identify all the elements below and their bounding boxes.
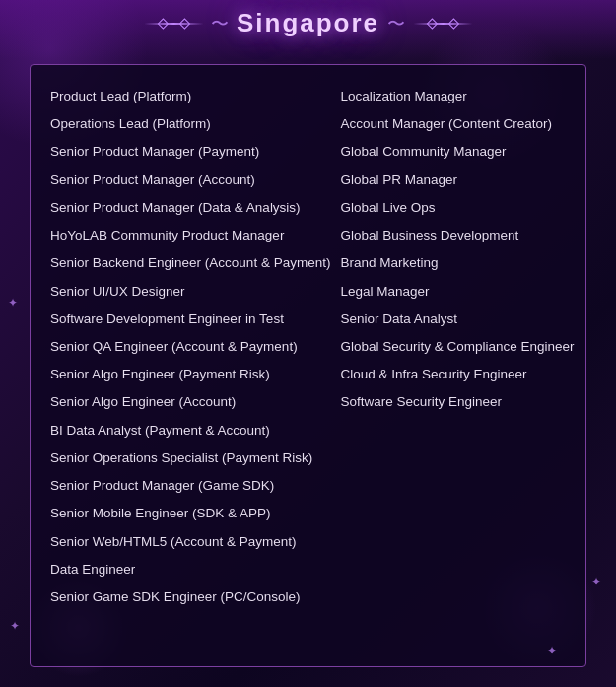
job-item-left-1[interactable]: Operations Lead (Platform) [50, 110, 330, 138]
job-item-left-15[interactable]: Senior Mobile Engineer (SDK & APP) [50, 500, 575, 527]
star-decoration-4: ✦ [591, 575, 601, 588]
job-item-left-8[interactable]: Software Development Engineer in Test [50, 306, 330, 333]
job-item-right-8[interactable]: Senior Data Analyst [340, 306, 574, 333]
job-item-right-7[interactable]: Legal Manager [340, 278, 574, 306]
ribbon-line-right [413, 23, 472, 25]
job-item-left-0[interactable]: Product Lead (Platform) [50, 83, 330, 110]
job-item-left-16[interactable]: Senior Web/HTML5 (Account & Payment) [50, 528, 575, 556]
job-item-left-13[interactable]: Senior Operations Specialist (Payment Ri… [50, 445, 575, 472]
job-item-left-3[interactable]: Senior Product Manager (Account) [50, 167, 330, 194]
job-item-left-11[interactable]: Senior Algo Engineer (Account) [50, 388, 330, 416]
job-item-right-0[interactable]: Localization Manager [340, 83, 574, 110]
job-item-right-6[interactable]: Brand Marketing [340, 249, 574, 277]
curl-left: 〜 [211, 12, 229, 35]
page-title: Singapore [237, 8, 379, 38]
job-item-left-9[interactable]: Senior QA Engineer (Account & Payment) [50, 333, 330, 361]
job-item-right-11[interactable]: Software Security Engineer [340, 388, 574, 416]
job-item-left-18[interactable]: Senior Game SDK Engineer (PC/Console) [50, 584, 575, 611]
star-decoration-3: ✦ [8, 296, 18, 309]
job-item-left-6[interactable]: Senior Backend Engineer (Account & Payme… [50, 249, 330, 277]
job-item-left-5[interactable]: HoYoLAB Community Product Manager [50, 222, 330, 249]
job-item-left-7[interactable]: Senior UI/UX Designer [50, 278, 330, 306]
job-item-left-4[interactable]: Senior Product Manager (Data & Analysis) [50, 194, 330, 222]
job-item-left-10[interactable]: Senior Algo Engineer (Payment Risk) [50, 361, 330, 388]
job-item-left-14[interactable]: Senior Product Manager (Game SDK) [50, 472, 575, 500]
job-item-right-1[interactable]: Account Manager (Content Creator) [340, 110, 574, 138]
job-item-left-17[interactable]: Data Engineer [50, 556, 575, 584]
ribbon-line-left [144, 23, 203, 25]
job-item-right-4[interactable]: Global Live Ops [340, 194, 574, 222]
job-item-right-9[interactable]: Global Security & Compliance Engineer [340, 333, 574, 361]
title-ribbon: 〜 Singapore 〜 [144, 8, 472, 38]
job-item-right-10[interactable]: Cloud & Infra Security Engineer [340, 361, 574, 388]
job-item-right-5[interactable]: Global Business Development [340, 222, 574, 249]
jobs-grid: Product Lead (Platform) Localization Man… [50, 83, 566, 611]
star-decoration-1: ✦ [10, 619, 20, 633]
job-item-right-2[interactable]: Global Community Manager [340, 138, 574, 166]
curl-right: 〜 [387, 12, 405, 35]
jobs-card: Product Lead (Platform) Localization Man… [30, 64, 586, 667]
job-item-left-2[interactable]: Senior Product Manager (Payment) [50, 138, 330, 166]
job-item-right-3[interactable]: Global PR Manager [340, 167, 574, 194]
star-decoration-2: ✦ [547, 644, 557, 657]
job-item-left-12[interactable]: BI Data Analyst (Payment & Account) [50, 417, 575, 445]
